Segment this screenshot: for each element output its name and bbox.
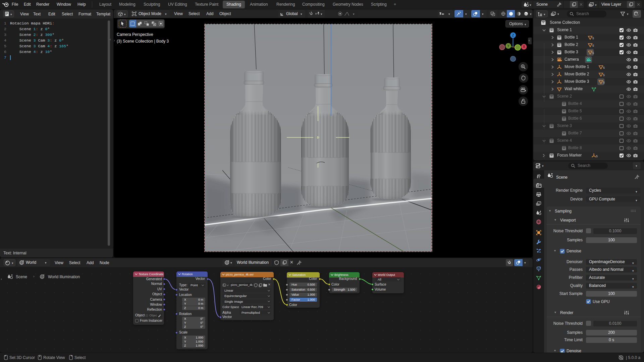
- svg-text:Z: Z: [512, 34, 514, 37]
- svg-text:Y: Y: [507, 44, 509, 48]
- svg-text:X: X: [523, 45, 525, 49]
